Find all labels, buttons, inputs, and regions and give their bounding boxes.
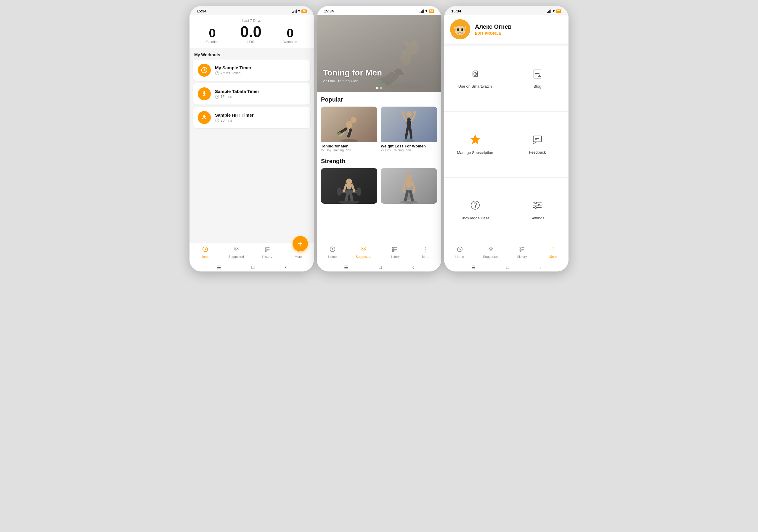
svg-point-29 xyxy=(351,117,357,123)
settings-label: Settings xyxy=(531,216,544,221)
profile-name: Алекс Огнев xyxy=(475,23,512,30)
svg-point-104 xyxy=(535,207,536,209)
thumb-strength2[interactable] xyxy=(381,168,437,204)
svg-rect-55 xyxy=(392,250,394,251)
hamburger-icon-1: ☰ xyxy=(217,265,221,270)
thumb-toning[interactable]: Toning for Men 27 Day Training Plan xyxy=(321,107,377,152)
hero-banner[interactable]: Toning for Men 27 Day Training Plan xyxy=(317,15,441,92)
add-button[interactable]: + xyxy=(293,236,308,251)
weightloss-img xyxy=(381,107,437,142)
nav-history-1[interactable]: History xyxy=(258,246,276,258)
workout-title-2: Sample Tabata Timer xyxy=(215,89,259,94)
hamburger-icon-3: ☰ xyxy=(471,265,475,270)
history-icon-3 xyxy=(519,246,525,254)
svg-point-63 xyxy=(455,26,465,35)
svg-point-39 xyxy=(337,187,342,196)
svg-marker-90 xyxy=(470,135,480,144)
nav-suggested-2[interactable]: Suggested xyxy=(355,246,372,258)
svg-point-40 xyxy=(357,187,361,196)
edit-profile-button[interactable]: EDIT PROFILE xyxy=(475,31,512,36)
menu-feedback[interactable]: Feedback xyxy=(506,112,568,178)
strength-title: Strength xyxy=(321,158,437,165)
suggested-icon-3 xyxy=(488,246,494,254)
nav-home-label-3: Home xyxy=(455,255,464,258)
phone-profile: 15:34 ▾ 78 xyxy=(444,6,568,272)
svg-rect-14 xyxy=(265,249,266,250)
nav-more-label-1: More xyxy=(294,255,302,258)
thumb-weightloss[interactable]: Weight Loss For Women 27 Day Training Pl… xyxy=(381,107,437,152)
nav-history-3[interactable]: History xyxy=(513,246,531,258)
nav-more-2[interactable]: More xyxy=(417,246,435,258)
hrs-stat: 0.0 HRS xyxy=(240,24,261,44)
svg-point-119 xyxy=(553,251,553,251)
wifi-icon-2: ▾ xyxy=(426,9,427,13)
menu-knowledge[interactable]: Knowledge Base xyxy=(444,178,506,243)
svg-point-46 xyxy=(406,179,412,188)
svg-rect-113 xyxy=(520,250,521,251)
nav-home-3[interactable]: Home xyxy=(451,246,469,258)
svg-point-31 xyxy=(337,132,342,135)
hrs-label: HRS xyxy=(240,40,261,44)
square-icon-1: □ xyxy=(251,265,254,270)
calories-label: Calories xyxy=(206,40,218,44)
menu-subscription[interactable]: Manage Subscription xyxy=(444,112,506,178)
knowledge-icon xyxy=(470,200,481,213)
status-bar-2: 15:34 ▾ 78 xyxy=(317,6,441,15)
nav-suggested-3[interactable]: Suggested xyxy=(482,246,500,258)
smartwatch-label: Use on Smartwatch xyxy=(458,84,492,89)
back-icon-2: ‹ xyxy=(412,265,414,270)
nav-more-label-2: More xyxy=(422,255,429,258)
battery-3: 78 xyxy=(556,10,561,13)
hero-dots xyxy=(376,87,382,89)
status-bar-3: 15:34 ▾ 78 xyxy=(444,6,568,15)
workout-card-1[interactable]: My Sample Timer 🕐 7mins 12sec xyxy=(193,59,310,81)
phone-suggested: 15:34 ▾ 78 xyxy=(317,6,441,272)
nav-home-1[interactable]: Home xyxy=(196,246,214,258)
svg-point-102 xyxy=(535,202,536,204)
menu-smartwatch[interactable]: Use on Smartwatch xyxy=(444,46,506,112)
svg-point-118 xyxy=(553,249,553,249)
nav-suggested-label-3: Suggested xyxy=(483,255,499,258)
nav-suggested-1[interactable]: Suggested xyxy=(227,246,245,258)
calories-val: 0 xyxy=(206,27,218,39)
strength2-img xyxy=(381,168,437,204)
workout-card-2[interactable]: Sample Tabata Timer 🕐 15mins xyxy=(193,83,310,105)
thumb-strength1[interactable] xyxy=(321,168,377,204)
svg-point-103 xyxy=(538,204,540,206)
subscription-label: Manage Subscription xyxy=(457,150,493,155)
calories-stat: 0 Calories xyxy=(206,27,218,44)
history-icon-1 xyxy=(264,246,271,254)
nav-more-3[interactable]: More xyxy=(544,246,562,258)
strength1-img xyxy=(321,168,377,204)
hero-text: Toning for Men 27 Day Training Plan xyxy=(323,68,382,83)
menu-settings[interactable]: Settings xyxy=(506,178,568,243)
menu-blog[interactable]: Blog xyxy=(506,46,568,112)
nav-history-label-3: History xyxy=(517,255,527,258)
workout-meta-1: 🕐 7mins 12sec xyxy=(215,71,251,75)
svg-rect-111 xyxy=(520,247,521,248)
svg-point-42 xyxy=(346,183,352,189)
svg-point-1 xyxy=(204,91,205,93)
knowledge-label: Knowledge Base xyxy=(461,216,490,221)
nav-history-2[interactable]: History xyxy=(386,246,403,258)
signal-icon-3 xyxy=(547,10,551,13)
workout-list: My Sample Timer 🕐 7mins 12sec xyxy=(190,59,314,243)
svg-point-96 xyxy=(535,140,536,140)
blog-label: Blog xyxy=(534,84,541,89)
avatar xyxy=(450,19,470,39)
battery-2: 78 xyxy=(429,10,434,13)
hrs-val: 0.0 xyxy=(240,24,261,39)
home-icon-3 xyxy=(457,246,463,254)
workout-card-3[interactable]: Sample HIIT Timer 🕐 30mins xyxy=(193,107,310,128)
subscription-icon xyxy=(469,134,481,148)
popular-title: Popular xyxy=(321,96,437,103)
strength-row xyxy=(321,168,437,204)
weightloss-sub: 27 Day Training Plan xyxy=(381,148,437,152)
hero-title: Toning for Men xyxy=(323,68,382,78)
nav-home-2[interactable]: Home xyxy=(324,246,341,258)
nav-suggested-label-2: Suggested xyxy=(356,255,371,258)
svg-point-71 xyxy=(462,28,463,31)
nav-home-label-2: Home xyxy=(328,255,337,258)
svg-rect-38 xyxy=(339,190,360,193)
workouts-stat: 0 Workouts xyxy=(283,27,297,44)
